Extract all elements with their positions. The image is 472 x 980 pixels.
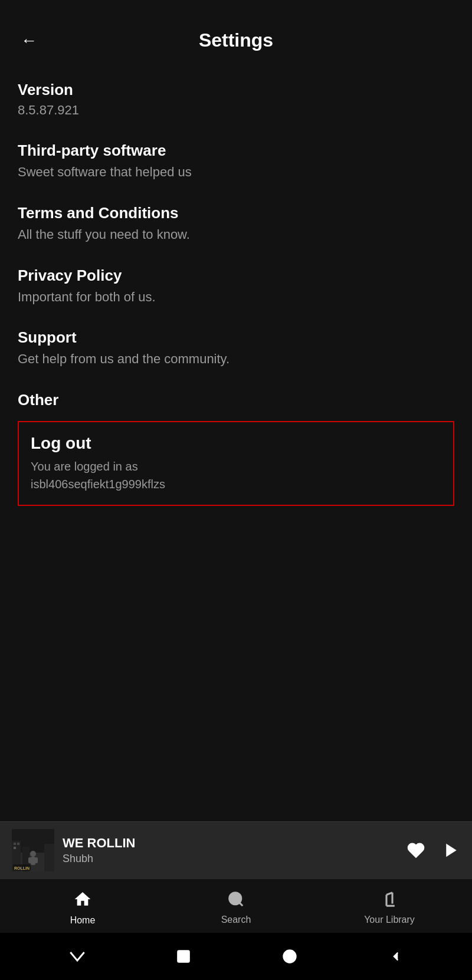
logout-item[interactable]: Log out You are logged in as isbl406seqf…	[18, 421, 454, 506]
now-playing-bar[interactable]: ROLLIN WE ROLLIN Shubh	[0, 821, 472, 879]
svg-rect-7	[14, 847, 16, 849]
bottom-nav: Home Search Your Library	[0, 879, 472, 933]
third-party-item[interactable]: Third-party software Sweet software that…	[18, 142, 454, 182]
privacy-item[interactable]: Privacy Policy Important for both of us.	[18, 267, 454, 307]
terms-title: Terms and Conditions	[18, 204, 454, 222]
version-number: 8.5.87.921	[18, 103, 454, 118]
library-label: Your Library	[364, 915, 415, 925]
library-icon	[381, 890, 398, 911]
system-back-button[interactable]	[388, 949, 404, 964]
svg-rect-3	[44, 844, 54, 872]
third-party-subtitle: Sweet software that helped us	[18, 163, 454, 182]
album-art: ROLLIN	[12, 829, 54, 872]
svg-point-8	[30, 851, 36, 857]
terms-item[interactable]: Terms and Conditions All the stuff you n…	[18, 204, 454, 244]
svg-rect-21	[178, 951, 189, 962]
home-icon	[73, 890, 92, 912]
system-square-button[interactable]	[176, 949, 191, 964]
logout-title: Log out	[31, 434, 441, 453]
svg-line-16	[240, 903, 242, 906]
version-label: Version	[18, 81, 454, 99]
svg-point-22	[283, 951, 296, 963]
search-icon	[227, 890, 245, 911]
privacy-subtitle: Important for both of us.	[18, 288, 454, 307]
privacy-title: Privacy Policy	[18, 267, 454, 285]
system-down-button[interactable]	[69, 951, 86, 962]
svg-marker-14	[446, 844, 457, 857]
nav-search[interactable]: Search	[159, 890, 313, 925]
home-label: Home	[70, 915, 96, 926]
track-name: WE ROLLIN	[63, 836, 399, 851]
svg-point-15	[230, 893, 241, 905]
system-circle-button[interactable]	[281, 948, 298, 965]
svg-rect-10	[28, 857, 31, 863]
other-section-header: Other	[18, 391, 454, 409]
version-section: Version 8.5.87.921	[18, 81, 454, 118]
support-item[interactable]: Support Get help from us and the communi…	[18, 328, 454, 369]
nav-home[interactable]: Home	[6, 890, 159, 926]
svg-rect-5	[14, 843, 16, 845]
support-subtitle: Get help from us and the community.	[18, 350, 454, 369]
settings-content: Version 8.5.87.921 Third-party software …	[0, 69, 472, 821]
track-artist: Shubh	[63, 853, 399, 865]
svg-text:ROLLIN: ROLLIN	[14, 866, 30, 870]
settings-header: ← Settings	[0, 0, 472, 69]
system-nav	[0, 933, 472, 980]
svg-rect-6	[17, 843, 19, 845]
like-button[interactable]	[407, 841, 425, 859]
player-controls	[407, 841, 460, 859]
nav-library[interactable]: Your Library	[313, 890, 466, 925]
third-party-title: Third-party software	[18, 142, 454, 160]
track-info: WE ROLLIN Shubh	[63, 836, 399, 865]
terms-subtitle: All the stuff you need to know.	[18, 226, 454, 244]
page-title: Settings	[18, 29, 454, 51]
svg-rect-9	[31, 857, 35, 865]
svg-rect-11	[35, 857, 38, 863]
play-button[interactable]	[442, 841, 460, 859]
search-label: Search	[221, 915, 251, 925]
support-title: Support	[18, 328, 454, 347]
logout-subtitle: You are logged in as isbl406seqfiekt1g99…	[31, 458, 441, 493]
back-button[interactable]: ←	[18, 28, 40, 53]
